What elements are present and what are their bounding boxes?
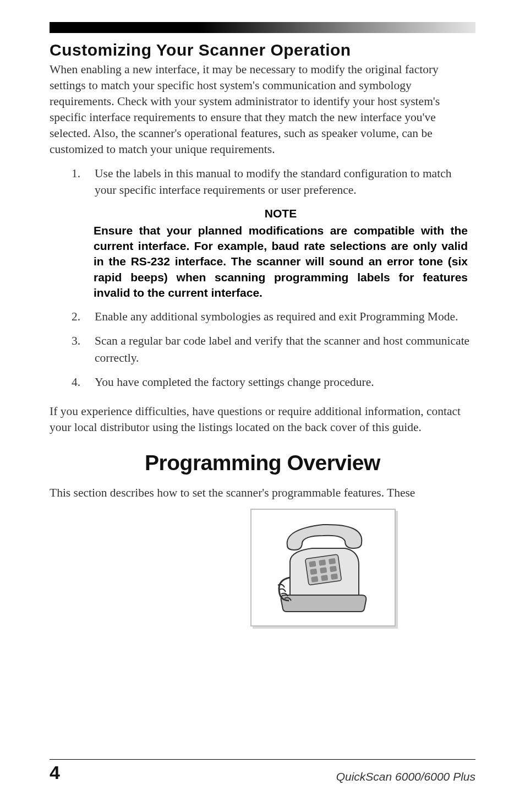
list-item: 3. Scan a regular bar code label and ver… [72, 333, 475, 366]
telephone-illustration-frame [250, 509, 396, 626]
page-number: 4 [50, 762, 60, 783]
list-item-text: Enable any additional symbologies as req… [95, 310, 458, 323]
product-name: QuickScan 6000/6000 Plus [336, 770, 475, 783]
svg-rect-8 [321, 575, 328, 581]
svg-rect-7 [311, 576, 318, 582]
section-heading: Customizing Your Scanner Operation [50, 41, 475, 59]
note-title: NOTE [94, 206, 468, 221]
list-item: 1. Use the labels in this manual to modi… [72, 165, 475, 198]
main-heading: Programming Overview [50, 451, 475, 475]
list-item-text: Use the labels in this manual to modify … [95, 167, 451, 197]
page-footer: 4 QuickScan 6000/6000 Plus [50, 759, 475, 783]
list-item-number: 1. [72, 165, 80, 182]
svg-rect-9 [331, 573, 338, 580]
footer-rule [50, 759, 475, 760]
list-item-text: You have completed the factory settings … [95, 375, 374, 389]
list-item-number: 4. [72, 374, 80, 390]
telephone-icon [262, 518, 384, 617]
list-item-text: Scan a regular bar code label and verify… [95, 334, 469, 364]
list-item: 2. Enable any additional symbologies as … [72, 308, 475, 325]
svg-rect-3 [329, 558, 336, 565]
numbered-list-cont: 2. Enable any additional symbologies as … [50, 308, 475, 390]
footer-row: 4 QuickScan 6000/6000 Plus [50, 762, 475, 783]
list-item-number: 3. [72, 333, 80, 349]
numbered-list: 1. Use the labels in this manual to modi… [50, 165, 475, 198]
svg-rect-4 [310, 568, 317, 575]
svg-rect-6 [330, 565, 337, 572]
svg-rect-1 [309, 561, 316, 568]
intro-paragraph: When enabling a new interface, it may be… [50, 62, 475, 157]
svg-rect-2 [319, 559, 326, 566]
list-item-number: 2. [72, 308, 80, 325]
programming-intro-paragraph: This section describes how to set the sc… [50, 485, 475, 501]
note-body: Ensure that your planned modifications a… [94, 223, 468, 301]
svg-rect-5 [320, 567, 327, 574]
document-page: Customizing Your Scanner Operation When … [0, 0, 525, 812]
list-item: 4. You have completed the factory settin… [72, 374, 475, 390]
image-container [171, 509, 475, 626]
header-gradient-bar [50, 22, 475, 33]
note-block: NOTE Ensure that your planned modificati… [94, 206, 468, 301]
closing-paragraph: If you experience difficulties, have que… [50, 404, 475, 435]
